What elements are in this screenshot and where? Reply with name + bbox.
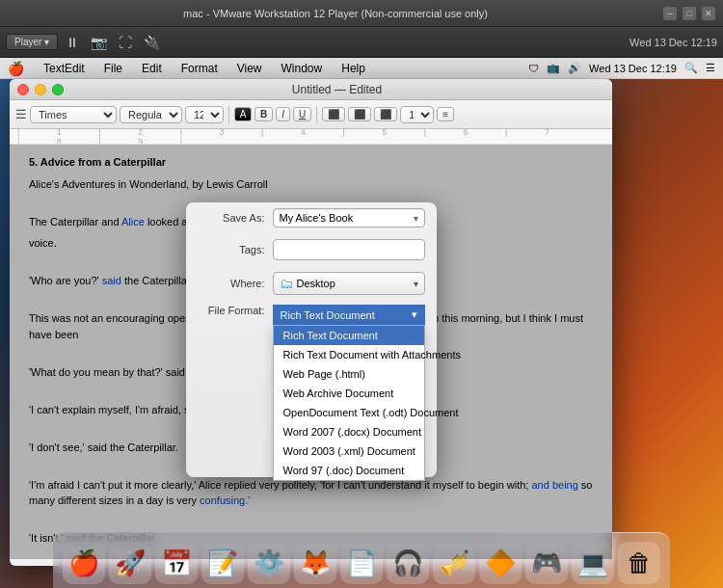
vmware-toolbar: Player ▾ ⏸ 📷 ⛶ 🔌 Wed 13 Dec 12:19 bbox=[0, 27, 723, 58]
player-chevron-icon: ▾ bbox=[44, 37, 49, 47]
apple-menu-icon[interactable]: 🍎 bbox=[8, 61, 24, 76]
save-dialog-overlay: Save As: My Alice's Book ▾ Tags: Where: bbox=[10, 145, 612, 559]
vmware-sysnav: Wed 13 Dec 12:19 bbox=[629, 37, 717, 48]
display-icon: 📺 bbox=[547, 62, 560, 74]
window-toolbar: ☰ Times Regular 12 A B I U ⬛ ⬛ ⬛ 1.0 ≡ bbox=[10, 100, 612, 129]
save-as-chevron-icon: ▾ bbox=[414, 213, 418, 224]
vmware-maximize-btn[interactable]: □ bbox=[683, 7, 696, 20]
ruler: | 1 | 2 | 3 | 4 | 5 | 6 | 7 | 8 | 9 | bbox=[10, 129, 612, 145]
file-format-row: File Format: Rich Text Document ▾ Rich T… bbox=[186, 301, 437, 325]
font-family-select[interactable]: Times bbox=[30, 106, 117, 123]
underline-btn[interactable]: U bbox=[293, 107, 311, 121]
font-size-select[interactable]: 12 bbox=[185, 106, 224, 123]
format-dropdown-header[interactable]: Rich Text Document ▾ bbox=[273, 305, 425, 325]
tags-input[interactable] bbox=[273, 239, 425, 260]
tags-label: Tags: bbox=[198, 244, 265, 255]
format-option-rtfd[interactable]: Rich Text Document with Attachments bbox=[274, 345, 424, 364]
format-dropdown-container: Rich Text Document ▾ Rich Text Document … bbox=[273, 305, 425, 325]
toolbar-sep-2 bbox=[316, 106, 317, 123]
format-option-odt[interactable]: OpenDocument Text (.odt) Document bbox=[274, 403, 424, 422]
vmware-usb-icon[interactable]: 🔌 bbox=[140, 33, 164, 52]
vmware-close-btn[interactable]: ✕ bbox=[702, 7, 715, 20]
align-right-btn[interactable]: ⬛ bbox=[374, 107, 397, 121]
menu-edit[interactable]: Edit bbox=[138, 62, 166, 75]
format-chevron-icon: ▾ bbox=[412, 308, 417, 321]
tags-row: Tags: bbox=[186, 233, 437, 266]
align-center-btn[interactable]: ⬛ bbox=[348, 107, 371, 121]
close-traffic-light[interactable] bbox=[17, 84, 29, 95]
toolbar-sep-1 bbox=[228, 106, 229, 123]
antivirus-icon: 🛡 bbox=[528, 63, 539, 74]
window-title: Untitled — Edited bbox=[69, 83, 604, 96]
save-dialog: Save As: My Alice's Book ▾ Tags: Where: bbox=[186, 202, 437, 477]
where-label: Where: bbox=[198, 278, 265, 289]
vmware-datetime: Wed 13 Dec 12:19 bbox=[629, 37, 717, 48]
where-value: Desktop bbox=[297, 278, 335, 289]
color-btn[interactable]: A bbox=[234, 107, 252, 121]
format-dropdown-list: Rich Text Document Rich Text Document wi… bbox=[273, 325, 425, 481]
save-as-input[interactable]: My Alice's Book ▾ bbox=[273, 208, 425, 227]
search-icon[interactable]: 🔍 bbox=[684, 62, 698, 74]
italic-btn[interactable]: I bbox=[276, 107, 290, 121]
selected-format-label: Rich Text Document bbox=[281, 309, 375, 321]
menu-file[interactable]: File bbox=[100, 62, 126, 75]
window-titlebar: Untitled — Edited bbox=[10, 79, 612, 100]
save-as-value: My Alice's Book bbox=[280, 212, 354, 224]
font-style-select[interactable]: Regular bbox=[120, 106, 182, 123]
line-spacing-select[interactable]: 1.0 bbox=[400, 106, 434, 123]
format-option-doc[interactable]: Word 97 (.doc) Document bbox=[274, 461, 424, 480]
menu-textedit[interactable]: TextEdit bbox=[40, 62, 89, 75]
minimize-traffic-light[interactable] bbox=[35, 84, 46, 95]
vmware-titlebar: mac - VMware Workstation 12 Player (Non-… bbox=[0, 0, 723, 27]
format-option-rtf[interactable]: Rich Text Document bbox=[274, 326, 424, 345]
where-row: Where: 🗂 Desktop ▾ bbox=[186, 266, 437, 301]
align-left-btn[interactable]: ⬛ bbox=[322, 107, 345, 121]
mac-menu-right: 🛡 📺 🔊 Wed 13 Dec 12:19 🔍 ☰ bbox=[528, 62, 715, 74]
file-format-label: File Format: bbox=[198, 305, 265, 316]
player-label: Player bbox=[14, 37, 41, 47]
bold-btn[interactable]: B bbox=[254, 107, 273, 121]
ruler-marks: | 1 | 2 | 3 | 4 | 5 | 6 | 7 | 8 | 9 | bbox=[17, 129, 604, 145]
textedit-window: Untitled — Edited ☰ Times Regular 12 A B… bbox=[10, 79, 612, 566]
player-menu-btn[interactable]: Player ▾ bbox=[6, 34, 58, 50]
mac-desktop: 🍎 TextEdit File Edit Format View Window … bbox=[0, 58, 723, 588]
save-as-row: Save As: My Alice's Book ▾ bbox=[186, 202, 437, 233]
menu-format[interactable]: Format bbox=[177, 62, 222, 75]
list-icon[interactable]: ☰ bbox=[706, 62, 715, 74]
dock-icon-trash[interactable]: 🗑 bbox=[618, 542, 660, 584]
datetime-display: Wed 13 Dec 12:19 bbox=[589, 63, 677, 74]
list-format-btn[interactable]: ≡ bbox=[437, 107, 454, 121]
vmware-window-controls: ─ □ ✕ bbox=[663, 7, 715, 20]
format-option-docx[interactable]: Word 2007 (.docx) Document bbox=[274, 422, 424, 441]
where-select[interactable]: 🗂 Desktop ▾ bbox=[273, 272, 425, 295]
vmware-title-text: mac - VMware Workstation 12 Player (Non-… bbox=[8, 8, 663, 19]
mac-menubar: 🍎 TextEdit File Edit Format View Window … bbox=[0, 58, 723, 79]
volume-icon: 🔊 bbox=[568, 62, 581, 74]
vmware-minimize-btn[interactable]: ─ bbox=[663, 7, 677, 20]
menu-view[interactable]: View bbox=[233, 62, 266, 75]
menu-window[interactable]: Window bbox=[278, 62, 327, 75]
vmware-pause-icon[interactable]: ⏸ bbox=[62, 33, 83, 52]
maximize-traffic-light[interactable] bbox=[52, 84, 64, 95]
vmware-snap-icon[interactable]: 📷 bbox=[87, 33, 111, 52]
format-option-html[interactable]: Web Page (.html) bbox=[274, 364, 424, 384]
save-as-label: Save As: bbox=[198, 212, 265, 224]
format-option-xml[interactable]: Word 2003 (.xml) Document bbox=[274, 441, 424, 461]
toolbar-list-icon[interactable]: ☰ bbox=[15, 107, 27, 121]
format-option-webarchive[interactable]: Web Archive Document bbox=[274, 384, 424, 403]
menu-help[interactable]: Help bbox=[337, 62, 369, 75]
vmware-fullscreen-icon[interactable]: ⛶ bbox=[115, 33, 136, 52]
folder-icon: 🗂 bbox=[280, 276, 293, 291]
content-area: 5. Advice from a Caterpillar Alice's Adv… bbox=[10, 145, 612, 559]
where-chevron-icon: ▾ bbox=[414, 279, 418, 289]
